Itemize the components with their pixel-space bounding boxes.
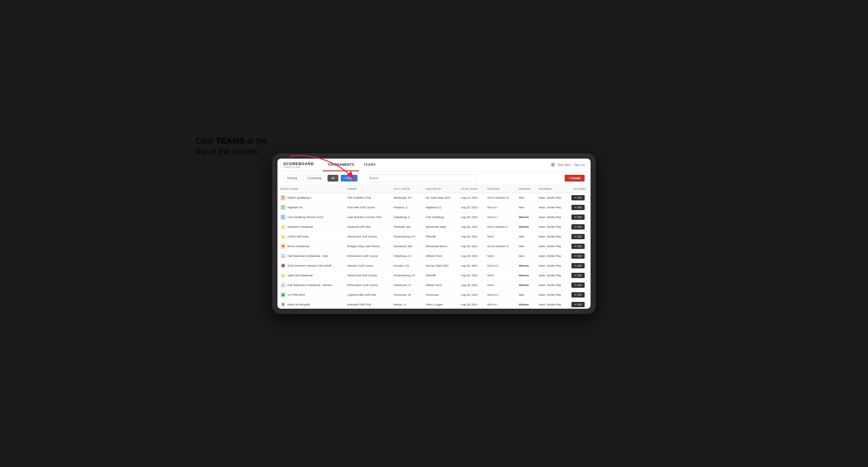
logo-subtitle: Powered by Clippit: [283, 166, 314, 168]
event-name-text: Maverick Invitational: [287, 225, 313, 228]
cell-division: NCAA Division III: [484, 193, 516, 203]
table-row: ⚔️Maverick InvitationalFaribault Golf Cl…: [277, 222, 591, 231]
edit-button[interactable]: ✏ Edit: [571, 282, 585, 288]
cell-scoring: team, Stroke Play: [536, 193, 568, 203]
cell-gender: Women: [516, 212, 536, 222]
cell-hosted-by: Mt. Saint Mary (NY): [423, 193, 458, 203]
cell-gender: Women: [516, 222, 536, 231]
cell-actions: ✏ Edit: [568, 300, 591, 309]
edit-button[interactable]: ✏ Edit: [571, 244, 585, 249]
cell-venue: StoneCrest Golf Course: [344, 271, 391, 280]
cell-city-state: Freeport, IL: [391, 203, 423, 212]
search-input[interactable]: [366, 175, 477, 182]
edit-button[interactable]: ✏ Edit: [571, 302, 585, 307]
event-name-text: upike fall invitational: [287, 274, 312, 277]
edit-button[interactable]: ✏ Edit: [571, 205, 585, 210]
signout-link[interactable]: Sign out: [574, 163, 585, 166]
nav-tabs: TOURNAMENTS TEAMS: [323, 159, 551, 172]
cell-start-date: Aug 26, 2023: [458, 212, 485, 222]
tablet-screen: SCOREBOARD Powered by Clippit TOURNAMENT…: [277, 159, 591, 309]
cell-venue: Park Hills Golf Course: [344, 203, 391, 212]
col-venue: VENUE: [344, 185, 391, 193]
event-icon: ⚔️: [280, 234, 286, 239]
cell-scoring: team, Stroke Play: [536, 300, 568, 309]
cell-start-date: Aug 28, 2023: [458, 251, 485, 261]
cell-venue: Faribault Golf Club: [344, 222, 391, 231]
cell-scoring: team, Stroke Play: [536, 241, 568, 251]
event-icon: 🏌️: [280, 195, 286, 200]
toolbar: Hosting Competing All ≡ Filter + Create: [277, 172, 591, 185]
cell-gender: Women: [516, 271, 536, 280]
cell-venue: StoneCrest Golf Course: [344, 231, 391, 241]
app-logo: SCOREBOARD Powered by Clippit: [283, 161, 314, 168]
table-row: 🏌️Carl Sandburg Women FA23Lake Bracken C…: [277, 212, 591, 222]
cell-scoring: team, Stroke Play: [536, 251, 568, 261]
competing-filter-btn[interactable]: Competing: [303, 175, 325, 182]
cell-scoring: team, Stroke Play: [536, 203, 568, 212]
cell-start-date: Aug 28, 2023: [458, 271, 485, 280]
cell-start-date: Aug 28, 2023: [458, 290, 485, 300]
edit-button[interactable]: ✏ Edit: [571, 195, 585, 200]
nav-right: ⚙ Test User | Sign out: [551, 162, 585, 167]
filter-dropdown-btn[interactable]: ≡ Filter: [341, 175, 358, 182]
edit-button[interactable]: ✏ Edit: [571, 224, 585, 229]
edit-button[interactable]: ✏ Edit: [571, 273, 585, 278]
event-icon: ⚔️: [280, 224, 286, 229]
edit-button[interactable]: ✏ Edit: [571, 253, 585, 259]
cell-hosted-by: Minnesota State: [423, 222, 458, 231]
cell-event-name: 🏌️Carl Sandburg Women FA23: [277, 212, 344, 222]
table-row: 🏺Klash at KokopelliKokopelli Golf ClubMa…: [277, 300, 591, 309]
table-row: 🦊Morris InvitationalRuttger's Bay Lake R…: [277, 241, 591, 251]
table-header-row: EVENT NAME VENUE CITY, STATE HOSTED BY S…: [277, 185, 591, 193]
event-icon: 🏌️: [280, 205, 286, 210]
event-name-text: 2023 Women's Hesston Fall Kickoff: [287, 264, 331, 267]
cell-venue: Kokopelli Golf Club: [344, 300, 391, 309]
cell-division: NCAA Division III: [484, 241, 516, 251]
hosting-filter-btn[interactable]: Hosting: [283, 175, 301, 182]
cell-division: NICAA I: [484, 203, 516, 212]
cell-start-date: Aug 28, 2023: [458, 231, 485, 241]
cell-venue: The Powelton Club: [344, 193, 391, 203]
edit-button[interactable]: ✏ Edit: [571, 263, 585, 268]
settings-icon[interactable]: ⚙: [551, 162, 555, 167]
cell-gender: Men: [516, 290, 536, 300]
tab-teams[interactable]: TEAMS: [359, 159, 380, 172]
cell-city-state: Newburgh, NY: [391, 193, 423, 203]
cell-division: NICAA I: [484, 300, 516, 309]
cell-start-date: Aug 28, 2023: [458, 261, 485, 271]
col-hosted-by: HOSTED BY: [423, 185, 458, 193]
nav-bar: SCOREBOARD Powered by Clippit TOURNAMENT…: [277, 159, 591, 172]
cell-city-state: Oskaloosa, IA: [391, 280, 423, 290]
cell-start-date: Aug 25, 2023: [458, 203, 485, 212]
cell-actions: ✏ Edit: [568, 193, 591, 203]
cell-scoring: team, Stroke Play: [536, 212, 568, 222]
cell-hosted-by: William Penn: [423, 280, 458, 290]
cell-start-date: Aug 24, 2023: [458, 193, 485, 203]
tab-tournaments[interactable]: TOURNAMENTS: [323, 159, 359, 172]
cell-actions: ✏ Edit: [568, 251, 591, 261]
cell-division: NAIA: [484, 280, 516, 290]
tournaments-table: EVENT NAME VENUE CITY, STATE HOSTED BY S…: [277, 185, 591, 309]
cell-actions: ✏ Edit: [568, 222, 591, 231]
cell-city-state: Deerwood, MN: [391, 241, 423, 251]
table-row: 🏌️Highland 36Park Hills Golf CourseFreep…: [277, 203, 591, 212]
edit-button[interactable]: ✏ Edit: [571, 292, 585, 298]
cell-event-name: ⚔️Fall Statesmen Invitational - Women: [277, 280, 344, 290]
cell-event-name: 🏌️Highland 36: [277, 203, 344, 212]
cell-city-state: Vincennes, IN: [391, 290, 423, 300]
edit-button[interactable]: ✏ Edit: [571, 215, 585, 220]
instruction-bold: TEAMS: [216, 136, 245, 145]
cell-city-state: Hesston, KS: [391, 261, 423, 271]
edit-button[interactable]: ✏ Edit: [571, 234, 585, 239]
cell-scoring: team, Stroke Play: [536, 280, 568, 290]
cell-event-name: 🏌️MSMC Qualifying 1: [277, 193, 344, 203]
cell-actions: ✏ Edit: [568, 241, 591, 251]
cell-division: NAIA: [484, 271, 516, 280]
all-filter-btn[interactable]: All: [328, 175, 338, 182]
cell-hosted-by: Highland CC: [423, 203, 458, 212]
table-row: 🌲VU PREVIEWCypress Hills Golf ClubVincen…: [277, 290, 591, 300]
create-btn[interactable]: + Create: [565, 175, 585, 182]
cell-division: NICAA I: [484, 212, 516, 222]
cell-city-state: Prestonsburg, KY: [391, 231, 423, 241]
cell-event-name: 🌲VU PREVIEW: [277, 290, 344, 300]
